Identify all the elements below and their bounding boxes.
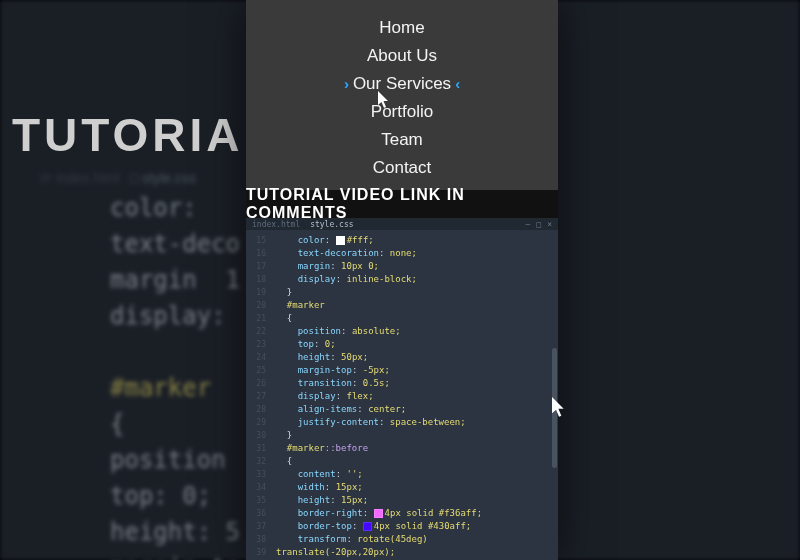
code-line: color: #fff; bbox=[276, 234, 552, 247]
code-line: { bbox=[276, 455, 552, 468]
code-line: text-decoration: none; bbox=[276, 247, 552, 260]
code-area[interactable]: color: #fff; text-decoration: none; marg… bbox=[246, 230, 558, 560]
nav-item-portfolio[interactable]: Portfolio bbox=[371, 98, 433, 126]
chevron-right-icon: › bbox=[344, 70, 349, 98]
code-line: content: ''; bbox=[276, 468, 552, 481]
center-column: HomeAbout Us›Our Services‹PortfolioTeamC… bbox=[246, 0, 558, 560]
window-minimize-icon[interactable]: – bbox=[526, 218, 531, 231]
code-line: justify-content: space-between; bbox=[276, 416, 552, 429]
nav-item-contact[interactable]: Contact bbox=[373, 154, 432, 182]
code-line: height: 50px; bbox=[276, 351, 552, 364]
stage: { "bg": { "title": "TUTORIAL MMENTS", "t… bbox=[0, 0, 800, 560]
code-line: margin: 10px 0; bbox=[276, 260, 552, 273]
scrollbar-thumb[interactable] bbox=[552, 348, 557, 468]
code-line: margin-top: -5px; bbox=[276, 364, 552, 377]
chevron-left-icon: ‹ bbox=[455, 70, 460, 98]
code-line: #marker::before bbox=[276, 442, 552, 455]
code-line: border-top: 4px solid #430aff; bbox=[276, 520, 552, 533]
code-line: top: 0; bbox=[276, 338, 552, 351]
code-editor: index.html style.css – □ × 1516171819202… bbox=[246, 218, 558, 560]
window-maximize-icon[interactable]: □ bbox=[536, 218, 541, 231]
code-line: transform: rotate(45deg) translate(-20px… bbox=[276, 533, 552, 559]
nav-item-about-us[interactable]: About Us bbox=[367, 42, 437, 70]
window-close-icon[interactable]: × bbox=[547, 218, 552, 231]
color-swatch-icon bbox=[363, 522, 372, 531]
code-line: display: flex; bbox=[276, 390, 552, 403]
code-line: transition: 0.5s; bbox=[276, 377, 552, 390]
editor-tab-active[interactable]: style.css bbox=[310, 218, 353, 231]
color-swatch-icon bbox=[336, 236, 345, 245]
code-line: border-right: 4px solid #f36aff; bbox=[276, 507, 552, 520]
code-line: } bbox=[276, 286, 552, 299]
code-line: height: 15px; bbox=[276, 494, 552, 507]
color-swatch-icon bbox=[374, 509, 383, 518]
nav-item-our-services[interactable]: ›Our Services‹ bbox=[344, 70, 460, 98]
code-line: width: 15px; bbox=[276, 481, 552, 494]
banner-text: TUTORIAL VIDEO LINK IN COMMENTS bbox=[246, 190, 558, 218]
code-line: position: absolute; bbox=[276, 325, 552, 338]
nav-menu: HomeAbout Us›Our Services‹PortfolioTeamC… bbox=[246, 0, 558, 190]
nav-item-team[interactable]: Team bbox=[381, 126, 423, 154]
editor-tabbar: index.html style.css – □ × bbox=[246, 218, 558, 230]
bg-tab-inactive: ⟳ index.html bbox=[40, 160, 120, 196]
code-line: } bbox=[276, 429, 552, 442]
nav-item-label: Our Services bbox=[353, 70, 451, 98]
code-line: #marker bbox=[276, 299, 552, 312]
nav-item-home[interactable]: Home bbox=[379, 14, 424, 42]
code-line: display: inline-block; bbox=[276, 273, 552, 286]
bg-tab-active: □ style.css bbox=[130, 160, 196, 196]
code-line: align-items: center; bbox=[276, 403, 552, 416]
code-line: { bbox=[276, 312, 552, 325]
editor-tab[interactable]: index.html bbox=[252, 218, 300, 231]
